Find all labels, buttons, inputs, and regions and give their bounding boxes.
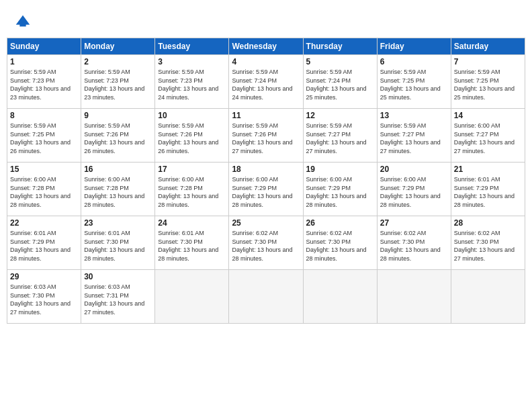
logo	[13, 12, 34, 31]
day-info: Sunrise: 5:59 AMSunset: 7:23 PMDaylight:…	[84, 68, 152, 101]
day-number: 24	[158, 218, 226, 228]
calendar-day-27: 27Sunrise: 6:02 AMSunset: 7:30 PMDayligh…	[377, 216, 451, 270]
calendar-day-15: 15Sunrise: 6:00 AMSunset: 7:28 PMDayligh…	[7, 163, 81, 216]
calendar-week-row: 8Sunrise: 5:59 AMSunset: 7:25 PMDaylight…	[7, 109, 525, 163]
calendar-table: SundayMondayTuesdayWednesdayThursdayFrid…	[7, 38, 525, 324]
calendar-header-row: SundayMondayTuesdayWednesdayThursdayFrid…	[7, 38, 525, 55]
calendar-day-20: 20Sunrise: 6:00 AMSunset: 7:29 PMDayligh…	[377, 163, 451, 216]
day-info: Sunrise: 6:02 AMSunset: 7:30 PMDaylight:…	[232, 229, 300, 263]
calendar-header-wednesday: Wednesday	[229, 38, 303, 55]
day-number: 8	[10, 111, 78, 120]
day-number: 2	[84, 57, 152, 66]
day-info: Sunrise: 6:03 AMSunset: 7:31 PMDaylight:…	[84, 283, 152, 316]
calendar-day-7: 7Sunrise: 5:59 AMSunset: 7:25 PMDaylight…	[451, 55, 525, 109]
day-number: 6	[380, 57, 448, 66]
svg-rect-2	[19, 24, 26, 27]
day-info: Sunrise: 6:02 AMSunset: 7:30 PMDaylight:…	[306, 229, 374, 263]
calendar-day-16: 16Sunrise: 6:00 AMSunset: 7:28 PMDayligh…	[81, 163, 155, 216]
day-number: 1	[10, 57, 78, 66]
day-number: 29	[10, 272, 78, 281]
day-number: 12	[306, 111, 374, 120]
day-number: 14	[454, 111, 522, 120]
calendar-day-24: 24Sunrise: 6:01 AMSunset: 7:30 PMDayligh…	[155, 216, 229, 270]
day-number: 3	[158, 57, 226, 66]
day-info: Sunrise: 6:01 AMSunset: 7:29 PMDaylight:…	[10, 229, 78, 263]
day-info: Sunrise: 5:59 AMSunset: 7:24 PMDaylight:…	[232, 68, 300, 101]
calendar-day-14: 14Sunrise: 6:00 AMSunset: 7:27 PMDayligh…	[451, 109, 525, 163]
calendar-day-6: 6Sunrise: 5:59 AMSunset: 7:25 PMDaylight…	[377, 55, 451, 109]
calendar-day-8: 8Sunrise: 5:59 AMSunset: 7:25 PMDaylight…	[7, 109, 81, 163]
day-number: 9	[84, 111, 152, 120]
calendar-day-13: 13Sunrise: 5:59 AMSunset: 7:27 PMDayligh…	[377, 109, 451, 163]
day-number: 16	[84, 165, 152, 174]
day-info: Sunrise: 6:01 AMSunset: 7:29 PMDaylight:…	[454, 175, 522, 209]
calendar-day-25: 25Sunrise: 6:02 AMSunset: 7:30 PMDayligh…	[229, 216, 303, 270]
empty-cell	[155, 270, 229, 324]
day-info: Sunrise: 6:00 AMSunset: 7:28 PMDaylight:…	[10, 175, 78, 209]
day-info: Sunrise: 6:03 AMSunset: 7:30 PMDaylight:…	[10, 283, 78, 316]
day-info: Sunrise: 6:00 AMSunset: 7:29 PMDaylight:…	[380, 175, 448, 209]
day-number: 27	[380, 218, 448, 228]
page-header	[7, 7, 525, 34]
day-info: Sunrise: 6:00 AMSunset: 7:29 PMDaylight:…	[306, 175, 374, 209]
calendar-header-friday: Friday	[377, 38, 451, 55]
calendar-header-sunday: Sunday	[7, 38, 81, 55]
day-info: Sunrise: 5:59 AMSunset: 7:23 PMDaylight:…	[158, 68, 226, 101]
calendar-day-22: 22Sunrise: 6:01 AMSunset: 7:29 PMDayligh…	[7, 216, 81, 270]
calendar-week-row: 29Sunrise: 6:03 AMSunset: 7:30 PMDayligh…	[7, 270, 525, 324]
calendar-day-12: 12Sunrise: 5:59 AMSunset: 7:27 PMDayligh…	[303, 109, 377, 163]
day-info: Sunrise: 5:59 AMSunset: 7:27 PMDaylight:…	[306, 122, 374, 155]
day-number: 17	[158, 165, 226, 174]
logo-icon	[13, 12, 32, 31]
day-info: Sunrise: 6:00 AMSunset: 7:27 PMDaylight:…	[454, 122, 522, 155]
day-number: 10	[158, 111, 226, 120]
day-number: 22	[10, 218, 78, 228]
day-number: 4	[232, 57, 300, 66]
day-number: 15	[10, 165, 78, 174]
day-number: 18	[232, 165, 300, 174]
calendar-day-21: 21Sunrise: 6:01 AMSunset: 7:29 PMDayligh…	[451, 163, 525, 216]
day-info: Sunrise: 6:02 AMSunset: 7:30 PMDaylight:…	[380, 229, 448, 263]
day-info: Sunrise: 5:59 AMSunset: 7:26 PMDaylight:…	[84, 122, 152, 155]
calendar-week-row: 15Sunrise: 6:00 AMSunset: 7:28 PMDayligh…	[7, 163, 525, 216]
empty-cell	[303, 270, 377, 324]
day-number: 19	[306, 165, 374, 174]
day-info: Sunrise: 5:59 AMSunset: 7:25 PMDaylight:…	[454, 68, 522, 101]
calendar-day-4: 4Sunrise: 5:59 AMSunset: 7:24 PMDaylight…	[229, 55, 303, 109]
calendar-day-9: 9Sunrise: 5:59 AMSunset: 7:26 PMDaylight…	[81, 109, 155, 163]
calendar-header-monday: Monday	[81, 38, 155, 55]
day-info: Sunrise: 6:01 AMSunset: 7:30 PMDaylight:…	[84, 229, 152, 263]
calendar-day-23: 23Sunrise: 6:01 AMSunset: 7:30 PMDayligh…	[81, 216, 155, 270]
day-info: Sunrise: 5:59 AMSunset: 7:24 PMDaylight:…	[306, 68, 374, 101]
calendar-day-10: 10Sunrise: 5:59 AMSunset: 7:26 PMDayligh…	[155, 109, 229, 163]
day-info: Sunrise: 6:02 AMSunset: 7:30 PMDaylight:…	[454, 229, 522, 263]
day-info: Sunrise: 5:59 AMSunset: 7:25 PMDaylight:…	[380, 68, 448, 101]
calendar-week-row: 22Sunrise: 6:01 AMSunset: 7:29 PMDayligh…	[7, 216, 525, 270]
day-number: 28	[454, 218, 522, 228]
empty-cell	[229, 270, 303, 324]
day-number: 5	[306, 57, 374, 66]
day-info: Sunrise: 5:59 AMSunset: 7:26 PMDaylight:…	[232, 122, 300, 155]
day-info: Sunrise: 5:59 AMSunset: 7:27 PMDaylight:…	[380, 122, 448, 155]
day-number: 11	[232, 111, 300, 120]
empty-cell	[451, 270, 525, 324]
calendar-day-1: 1Sunrise: 5:59 AMSunset: 7:23 PMDaylight…	[7, 55, 81, 109]
calendar-day-5: 5Sunrise: 5:59 AMSunset: 7:24 PMDaylight…	[303, 55, 377, 109]
day-number: 7	[454, 57, 522, 66]
day-number: 25	[232, 218, 300, 228]
calendar-header-thursday: Thursday	[303, 38, 377, 55]
day-info: Sunrise: 5:59 AMSunset: 7:25 PMDaylight:…	[10, 122, 78, 155]
empty-cell	[377, 270, 451, 324]
calendar-header-tuesday: Tuesday	[155, 38, 229, 55]
calendar-day-18: 18Sunrise: 6:00 AMSunset: 7:29 PMDayligh…	[229, 163, 303, 216]
day-number: 20	[380, 165, 448, 174]
day-info: Sunrise: 6:01 AMSunset: 7:30 PMDaylight:…	[158, 229, 226, 263]
calendar-day-11: 11Sunrise: 5:59 AMSunset: 7:26 PMDayligh…	[229, 109, 303, 163]
calendar-day-3: 3Sunrise: 5:59 AMSunset: 7:23 PMDaylight…	[155, 55, 229, 109]
calendar-day-26: 26Sunrise: 6:02 AMSunset: 7:30 PMDayligh…	[303, 216, 377, 270]
day-number: 30	[84, 272, 152, 281]
calendar-week-row: 1Sunrise: 5:59 AMSunset: 7:23 PMDaylight…	[7, 55, 525, 109]
day-number: 13	[380, 111, 448, 120]
day-info: Sunrise: 6:00 AMSunset: 7:29 PMDaylight:…	[232, 175, 300, 209]
day-info: Sunrise: 6:00 AMSunset: 7:28 PMDaylight:…	[84, 175, 152, 209]
